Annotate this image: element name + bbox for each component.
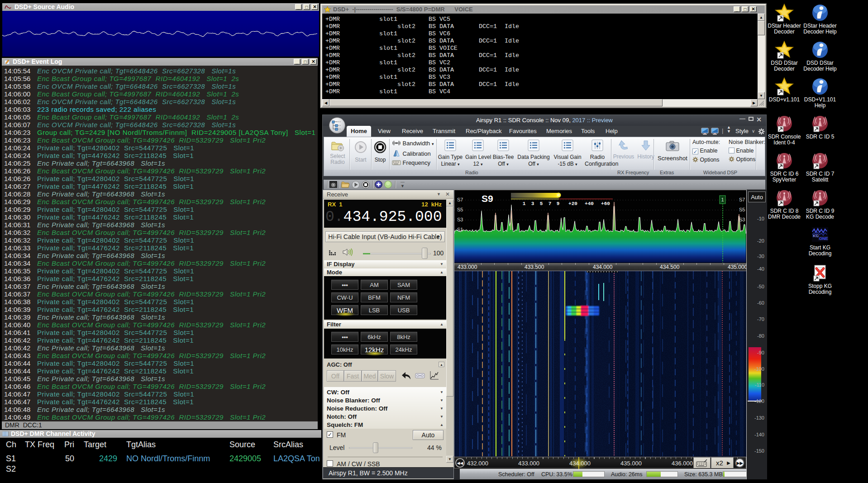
svg-text:1: 1 xyxy=(721,197,724,202)
svg-text:S7: S7 xyxy=(457,197,463,202)
svg-text:KG: KG xyxy=(813,234,819,238)
svg-text:1: 1 xyxy=(523,201,526,206)
svg-text:ONE: ONE xyxy=(819,236,828,241)
svg-text:+40: +40 xyxy=(585,201,594,206)
svg-text:S5: S5 xyxy=(457,207,463,212)
svg-text:S1: S1 xyxy=(457,227,463,232)
svg-text:5: 5 xyxy=(540,201,543,206)
svg-text:S3: S3 xyxy=(739,217,745,222)
svg-text:3: 3 xyxy=(531,201,534,206)
svg-text:+20: +20 xyxy=(568,201,577,206)
svg-text:S9: S9 xyxy=(482,193,493,204)
svg-text:S7: S7 xyxy=(739,197,745,202)
svg-text:7: 7 xyxy=(548,201,552,206)
svg-text:S5: S5 xyxy=(739,207,745,212)
svg-text:S3: S3 xyxy=(457,217,463,222)
svg-text:9: 9 xyxy=(557,201,560,206)
svg-text:+60: +60 xyxy=(601,201,610,206)
